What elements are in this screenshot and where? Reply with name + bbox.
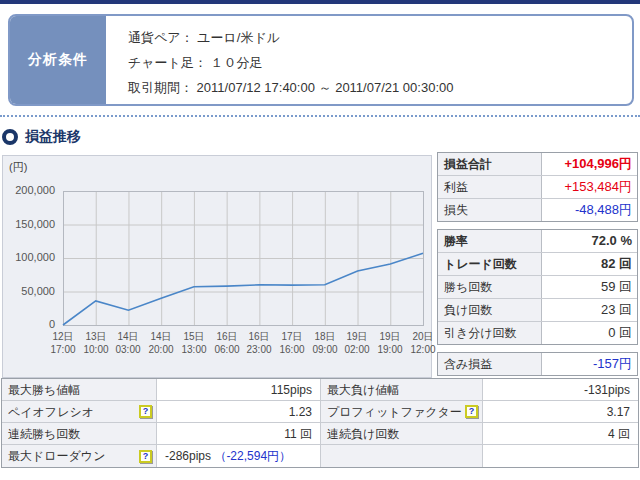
y-tick-label: 150,000	[3, 218, 55, 230]
chart-unit-label: (円)	[9, 160, 27, 175]
y-tick-label: 0	[3, 318, 55, 330]
stat-label-profit: 利益	[438, 176, 542, 198]
stat-label-win-count: 勝ち回数	[438, 276, 542, 298]
y-tick-label: 200,000	[3, 184, 55, 196]
stat-label-consecutive-wins: 連続勝ち回数	[2, 423, 157, 445]
profit-section-header: 損益推移	[2, 128, 81, 146]
help-icon[interactable]: ?	[139, 450, 152, 463]
bullet-ring-icon	[2, 129, 18, 145]
stat-value-unrealized-pl: -157円	[542, 353, 637, 375]
stat-value-trade-count: 82 回	[542, 253, 637, 275]
stat-label-win-rate: 勝率	[438, 230, 542, 252]
stat-value-max-win-range: 115pips	[157, 379, 321, 401]
help-icon[interactable]: ?	[465, 405, 478, 418]
stat-value-win-count: 59 回	[542, 276, 637, 298]
stat-value-total-pl: +104,996円	[542, 153, 637, 175]
y-tick-label: 100,000	[3, 251, 55, 263]
stat-label-lose-count: 負け回数	[438, 299, 542, 321]
top-navy-bar	[0, 0, 640, 4]
stat-value-lose-count: 23 回	[542, 299, 637, 321]
table-row: 含み損益 -157円	[438, 353, 637, 375]
stat-label-consecutive-losses: 連続負け回数	[321, 423, 483, 445]
section-title: 損益推移	[25, 128, 81, 146]
stat-label-loss: 損失	[438, 199, 542, 221]
table-row: 利益 +153,484円	[438, 176, 637, 199]
table-row: 損益合計 +104,996円	[438, 153, 637, 176]
y-tick-label: 50,000	[3, 285, 55, 297]
help-icon[interactable]: ?	[139, 405, 152, 418]
stat-value-consecutive-losses: 4 回	[483, 423, 638, 445]
stat-value-max-lose-range: -131pips	[483, 379, 638, 401]
detail-stats-table: 最大勝ち値幅 115pips 最大負け値幅 -131pips ペイオフレシオ ?…	[1, 378, 639, 468]
table-row: トレード回数 82 回	[438, 253, 637, 276]
table-row: 負け回数 23 回	[438, 299, 637, 322]
condition-box-content: 通貨ペア： ユーロ/米ドル チャート足： １０分足 取引期間： 2011/07/…	[106, 16, 632, 104]
stat-value-consecutive-wins: 11 回	[157, 423, 321, 445]
condition-currency-pair: 通貨ペア： ユーロ/米ドル	[128, 25, 632, 50]
stat-label-total-pl: 損益合計	[438, 153, 542, 175]
stats-group-counts: 勝率 72.0 % トレード回数 82 回 勝ち回数 59 回 負け回数 23 …	[437, 229, 638, 345]
stat-label-unrealized-pl: 含み損益	[438, 353, 542, 375]
condition-chart-timeframe: チャート足： １０分足	[128, 50, 632, 75]
stat-value-draw-count: 0 回	[542, 322, 637, 344]
stat-value-empty	[483, 445, 638, 467]
profit-stats-table: 損益合計 +104,996円 利益 +153,484円 損失 -48,488円 …	[437, 152, 638, 383]
stat-value-profit-factor: 3.17	[483, 401, 638, 423]
table-row: 引き分け回数 0 回	[438, 322, 637, 344]
profit-chart-panel: (円) 200,000 150,000 100,000 50,000 0 12日…	[2, 155, 432, 378]
stat-label-max-drawdown: 最大ドローダウン ?	[2, 445, 157, 467]
stats-group-unrealized: 含み損益 -157円	[437, 352, 638, 376]
stat-label-max-win-range: 最大勝ち値幅	[2, 379, 157, 401]
stat-value-payoff-ratio: 1.23	[157, 401, 321, 423]
stat-value-loss: -48,488円	[542, 199, 637, 221]
profit-line-chart	[61, 189, 425, 327]
stat-value-profit: +153,484円	[542, 176, 637, 198]
stats-group-totals: 損益合計 +104,996円 利益 +153,484円 損失 -48,488円	[437, 152, 638, 222]
stat-label-trade-count: トレード回数	[438, 253, 542, 275]
stat-label-max-lose-range: 最大負け値幅	[321, 379, 483, 401]
stat-label-draw-count: 引き分け回数	[438, 322, 542, 344]
stat-value-max-drawdown: -286pips （-22,594円）	[157, 445, 321, 467]
stat-label-empty	[321, 445, 483, 467]
dotted-separator	[0, 115, 640, 117]
table-row: 損失 -48,488円	[438, 199, 637, 221]
analysis-report-page: 分析条件 通貨ペア： ユーロ/米ドル チャート足： １０分足 取引期間： 201…	[0, 0, 640, 480]
stat-value-win-rate: 72.0 %	[542, 230, 637, 252]
analysis-condition-box: 分析条件 通貨ペア： ユーロ/米ドル チャート足： １０分足 取引期間： 201…	[8, 14, 634, 106]
stat-label-profit-factor: プロフィットファクター ?	[321, 401, 483, 423]
condition-box-title: 分析条件	[10, 16, 106, 104]
table-row: 勝率 72.0 %	[438, 230, 637, 253]
stat-label-payoff-ratio: ペイオフレシオ ?	[2, 401, 157, 423]
condition-trade-period: 取引期間： 2011/07/12 17:40:00 ～ 2011/07/21 0…	[128, 75, 632, 100]
table-row: 勝ち回数 59 回	[438, 276, 637, 299]
